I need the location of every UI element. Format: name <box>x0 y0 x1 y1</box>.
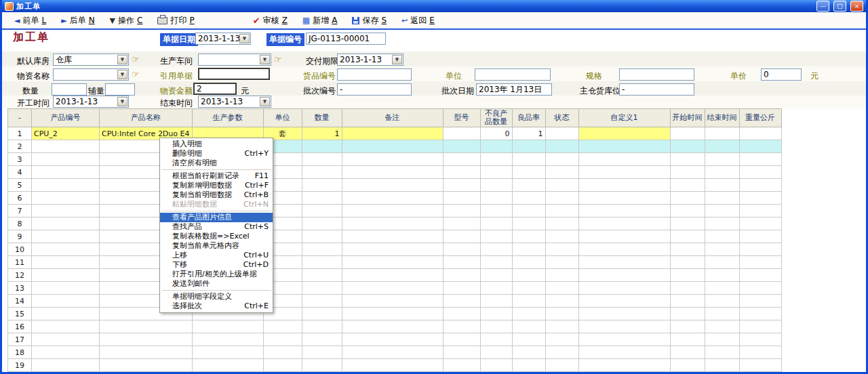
main-location-input[interactable]: - <box>619 83 694 96</box>
table-cell[interactable] <box>670 230 705 243</box>
table-cell[interactable] <box>670 308 705 320</box>
table-cell[interactable] <box>545 217 578 230</box>
table-cell[interactable] <box>739 140 781 153</box>
column-header[interactable]: 生产参数 <box>192 109 263 127</box>
table-cell[interactable] <box>32 230 100 243</box>
close-button[interactable]: × <box>850 1 863 12</box>
table-cell[interactable] <box>263 359 302 372</box>
row-number-cell[interactable]: 17 <box>8 333 32 346</box>
table-cell[interactable] <box>480 217 512 230</box>
row-number-cell[interactable]: 19 <box>8 359 32 372</box>
table-cell[interactable] <box>545 127 578 140</box>
table-cell[interactable] <box>302 140 342 153</box>
table-cell[interactable] <box>739 359 781 372</box>
column-header[interactable]: 型号 <box>443 109 480 127</box>
ref-doc-input[interactable] <box>198 68 270 80</box>
table-cell[interactable] <box>705 230 739 243</box>
table-cell[interactable] <box>545 140 578 153</box>
table-cell[interactable] <box>32 359 100 372</box>
next-order-button[interactable]: ► 后单N <box>61 15 94 26</box>
row-number-cell[interactable]: 12 <box>8 269 32 282</box>
table-cell[interactable] <box>100 333 193 346</box>
table-cell[interactable] <box>739 346 781 359</box>
table-cell[interactable] <box>32 153 100 166</box>
table-cell[interactable] <box>302 179 342 192</box>
table-cell[interactable] <box>32 192 100 205</box>
add-new-button[interactable]: ▦ 新增A <box>302 15 338 26</box>
table-cell[interactable] <box>480 295 512 308</box>
table-cell[interactable] <box>192 320 263 333</box>
table-cell[interactable] <box>342 333 443 346</box>
row-number-cell[interactable]: 5 <box>8 179 32 192</box>
column-header[interactable]: - <box>8 109 32 127</box>
dropdown-arrow-icon[interactable]: ▼ <box>117 97 127 106</box>
table-cell[interactable] <box>670 217 705 230</box>
table-cell[interactable] <box>443 192 480 205</box>
table-cell[interactable] <box>512 333 545 346</box>
table-cell[interactable] <box>578 153 670 166</box>
dropdown-arrow-icon[interactable]: ▼ <box>260 97 270 106</box>
table-cell[interactable] <box>705 127 739 140</box>
row-number-cell[interactable]: 3 <box>8 153 32 166</box>
table-cell[interactable] <box>32 179 100 192</box>
table-cell[interactable] <box>705 179 739 192</box>
table-cell[interactable] <box>32 205 100 217</box>
table-cell[interactable] <box>545 179 578 192</box>
menu-item[interactable]: 选择批次Ctrl+E <box>160 302 273 311</box>
table-cell[interactable] <box>739 243 781 256</box>
return-button[interactable]: ↩ 返回E <box>401 15 435 26</box>
end-time-combo[interactable]: 2013-1-13 ▼ <box>198 96 271 108</box>
dropdown-arrow-icon[interactable]: ▼ <box>117 55 127 64</box>
row-number-cell[interactable]: 8 <box>8 217 32 230</box>
table-cell[interactable] <box>342 295 443 308</box>
table-cell[interactable] <box>705 205 739 217</box>
row-number-cell[interactable]: 4 <box>8 166 32 179</box>
table-cell[interactable] <box>32 166 100 179</box>
table-cell[interactable] <box>342 153 443 166</box>
table-cell[interactable] <box>302 256 342 269</box>
column-header[interactable]: 重量公斤 <box>739 109 781 127</box>
table-cell[interactable] <box>443 346 480 359</box>
titlebar[interactable]: 加工单 — □ × <box>2 0 866 12</box>
table-cell[interactable] <box>578 192 670 205</box>
doc-no-input[interactable]: JG-0113-00001 <box>306 33 386 45</box>
column-header[interactable]: 良品率 <box>512 109 545 127</box>
table-cell[interactable] <box>670 269 705 282</box>
table-cell[interactable] <box>578 127 670 140</box>
table-cell[interactable] <box>480 153 512 166</box>
table-cell[interactable] <box>670 320 705 333</box>
table-cell[interactable] <box>302 295 342 308</box>
deadline-combo[interactable]: 2013-1-13 ▼ <box>337 54 403 66</box>
save-button[interactable]: 保存S <box>352 15 387 26</box>
menu-item[interactable]: 根据当前行刷新记录F11 <box>160 171 273 181</box>
table-cell[interactable] <box>545 320 578 333</box>
table-cell[interactable] <box>512 153 545 166</box>
table-cell[interactable] <box>512 295 545 308</box>
menu-item[interactable]: 发送到邮件 <box>160 279 273 289</box>
table-cell[interactable] <box>578 166 670 179</box>
table-cell[interactable] <box>443 320 480 333</box>
table-cell[interactable] <box>443 217 480 230</box>
table-cell[interactable] <box>670 346 705 359</box>
table-cell[interactable] <box>705 140 739 153</box>
table-cell[interactable] <box>512 282 545 295</box>
table-cell[interactable] <box>670 282 705 295</box>
menu-item[interactable]: 下移Ctrl+D <box>160 260 273 270</box>
column-header[interactable]: 状态 <box>545 109 578 127</box>
table-cell[interactable] <box>302 205 342 217</box>
table-cell[interactable] <box>263 333 302 346</box>
table-cell[interactable] <box>512 359 545 372</box>
maximize-button[interactable]: □ <box>833 1 846 12</box>
row-number-cell[interactable]: 7 <box>8 205 32 217</box>
table-cell[interactable] <box>32 295 100 308</box>
table-cell[interactable] <box>342 243 443 256</box>
column-header[interactable]: 单位 <box>263 109 302 127</box>
table-cell[interactable] <box>705 308 739 320</box>
column-header[interactable]: 自定义1 <box>578 109 670 127</box>
table-cell[interactable] <box>100 320 193 333</box>
table-cell[interactable] <box>739 192 781 205</box>
table-cell[interactable] <box>342 127 443 140</box>
table-cell[interactable] <box>545 243 578 256</box>
table-cell[interactable] <box>739 256 781 269</box>
table-cell[interactable] <box>578 308 670 320</box>
